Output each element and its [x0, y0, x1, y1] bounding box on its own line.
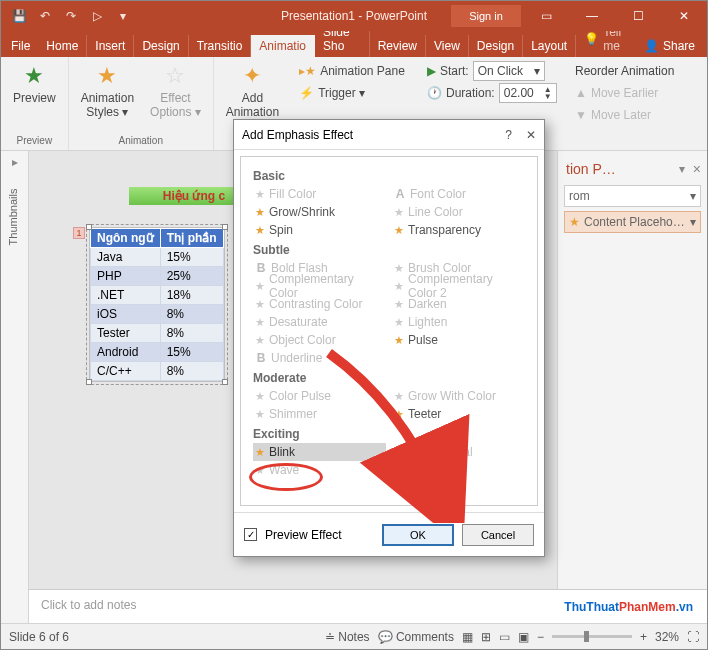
thumbnail-rail[interactable]: ▸ Thumbnails [1, 151, 29, 623]
tab-layout[interactable]: Layout [523, 35, 576, 57]
view-normal-icon[interactable]: ▦ [462, 630, 473, 644]
effect-options-button: ☆Effect Options ▾ [146, 61, 205, 121]
ribbon-group-preview: ★Preview Preview [1, 57, 69, 150]
category-subtle: Subtle [253, 243, 525, 257]
effect-grow-shrink[interactable]: ★Grow/Shrink [253, 203, 386, 221]
view-sorter-icon[interactable]: ⊞ [481, 630, 491, 644]
start-slideshow-icon[interactable]: ▷ [85, 4, 109, 28]
star-grey-icon: ★ [255, 408, 265, 421]
zoom-in-icon[interactable]: + [640, 630, 647, 644]
animation-styles-button[interactable]: ★Animation Styles ▾ [77, 61, 138, 121]
effect-teeter[interactable]: ★Teeter [392, 405, 525, 423]
move-earlier-button: ▲ Move Earlier [575, 83, 699, 103]
effect-complementary-color: ★Complementary Color [253, 277, 386, 295]
tab-file[interactable]: File [3, 35, 38, 57]
effect-label: Grow With Color [408, 389, 496, 403]
notes-toggle[interactable]: ≐ Notes [325, 630, 370, 644]
sign-in-button[interactable]: Sign in [451, 5, 521, 27]
star-grey-icon: ★ [255, 334, 265, 347]
tab-view[interactable]: View [426, 35, 469, 57]
star-grey-icon: ★ [255, 390, 265, 403]
pane-close-icon[interactable]: × [693, 161, 701, 177]
save-icon[interactable]: 💾 [7, 4, 31, 28]
animation-pane: tion P…▾× rom▾ ★Content Placehold…▾ [557, 151, 707, 589]
bold-b-icon: B [255, 351, 267, 365]
reorder-label: Reorder Animation [575, 61, 699, 81]
redo-icon[interactable]: ↷ [59, 4, 83, 28]
title-bar: 💾 ↶ ↷ ▷ ▾ Presentation1 - PowerPoint Sig… [1, 1, 707, 31]
tab-animations[interactable]: Animatio [251, 35, 315, 57]
thumb-collapse-icon[interactable]: ▸ [1, 151, 28, 169]
dialog-close-icon[interactable]: ✕ [526, 128, 536, 142]
resize-handle-se[interactable] [222, 379, 228, 385]
content-table[interactable]: Ngôn ngữThị phần Java15% PHP25% .NET18% … [89, 227, 225, 382]
share-button[interactable]: 👤Share [634, 35, 705, 57]
star-gold-icon: ★ [394, 224, 404, 237]
ok-button[interactable]: OK [382, 524, 454, 546]
resize-handle-nw[interactable] [86, 224, 92, 230]
view-slideshow-icon[interactable]: ▣ [518, 630, 529, 644]
fit-window-icon[interactable]: ⛶ [687, 630, 699, 644]
trigger-button[interactable]: Trigger ▾ [318, 86, 365, 100]
zoom-level[interactable]: 32% [655, 630, 679, 644]
effect-darken: ★Darken [392, 295, 525, 313]
effect-spin[interactable]: ★Spin [253, 221, 386, 239]
comments-toggle[interactable]: 💬 Comments [378, 630, 454, 644]
font-a-icon: A [394, 187, 406, 201]
pane-dropdown-icon[interactable]: ▾ [679, 162, 685, 176]
star-outline-icon: ☆ [165, 63, 185, 89]
zoom-out-icon[interactable]: − [537, 630, 544, 644]
resize-handle-ne[interactable] [222, 224, 228, 230]
category-basic: Basic [253, 169, 525, 183]
star-grey-icon: ★ [394, 206, 404, 219]
close-icon[interactable]: ✕ [661, 1, 707, 31]
add-animation-button[interactable]: ✦Add Animation [222, 61, 283, 121]
zoom-slider[interactable] [552, 635, 632, 638]
view-reading-icon[interactable]: ▭ [499, 630, 510, 644]
slide-counter[interactable]: Slide 6 of 6 [9, 630, 69, 644]
watermark: ThuThuatPhanMem.vn [564, 591, 693, 617]
start-dropdown[interactable]: On Click▾ [473, 61, 545, 81]
ribbon-options-icon[interactable]: ▭ [523, 1, 569, 31]
animation-pane-button[interactable]: Animation Pane [320, 64, 405, 78]
tab-transitions[interactable]: Transitio [189, 35, 252, 57]
minimize-icon[interactable]: — [569, 1, 615, 31]
duration-spinner[interactable]: 02.00▲▼ [499, 83, 557, 103]
resize-handle-sw[interactable] [86, 379, 92, 385]
cancel-button[interactable]: Cancel [462, 524, 534, 546]
group-label-preview: Preview [17, 135, 53, 146]
star-grey-icon: ★ [394, 262, 404, 275]
effect-label: Underline [271, 351, 322, 365]
effect-pulse[interactable]: ★Pulse [392, 331, 525, 349]
effect-label: Desaturate [269, 315, 328, 329]
animation-order-tag[interactable]: 1 [73, 227, 85, 239]
effect-transparency[interactable]: ★Transparency [392, 221, 525, 239]
star-grey-icon: ★ [255, 298, 265, 311]
tab-home[interactable]: Home [38, 35, 87, 57]
undo-icon[interactable]: ↶ [33, 4, 57, 28]
effect-label: Color Pulse [269, 389, 331, 403]
preview-button[interactable]: ★Preview [9, 61, 60, 107]
play-from-button[interactable]: rom▾ [564, 185, 701, 207]
tab-design[interactable]: Design [134, 35, 188, 57]
add-emphasis-dialog: Add Emphasis Effect ?✕ Basic ★Fill Color… [233, 119, 545, 557]
dialog-titlebar[interactable]: Add Emphasis Effect ?✕ [234, 120, 544, 150]
tab-insert[interactable]: Insert [87, 35, 134, 57]
maximize-icon[interactable]: ☐ [615, 1, 661, 31]
star-grey-icon: ★ [255, 188, 265, 201]
tab-design-table[interactable]: Design [469, 35, 523, 57]
ribbon-reorder-section: Reorder Animation ▲ Move Earlier ▼ Move … [567, 57, 707, 150]
dialog-help-icon[interactable]: ? [505, 128, 512, 142]
status-bar: Slide 6 of 6 English ≐ Notes 💬 Comments … [1, 623, 707, 649]
tab-review[interactable]: Review [370, 35, 426, 57]
effect-blink[interactable]: ★Blink [253, 443, 386, 461]
star-preview-icon: ★ [24, 63, 44, 89]
quick-access-toolbar: 💾 ↶ ↷ ▷ ▾ [1, 4, 141, 28]
thumbnails-label: Thumbnails [7, 189, 19, 246]
preview-effect-label: Preview Effect [265, 528, 341, 542]
effect-label: Darken [408, 297, 447, 311]
anim-list-item[interactable]: ★Content Placehold…▾ [564, 211, 701, 233]
preview-effect-checkbox[interactable]: ✓ [244, 528, 257, 541]
qat-more-icon[interactable]: ▾ [111, 4, 135, 28]
effect-label: Shimmer [269, 407, 317, 421]
